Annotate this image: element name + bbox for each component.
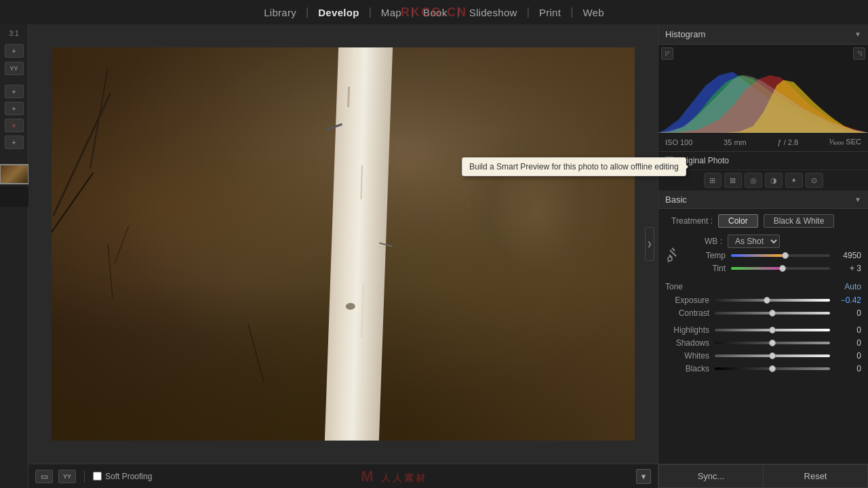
treatment-bw-btn[interactable]: Black & White: [764, 214, 835, 228]
wb-eyedropper[interactable]: [665, 243, 679, 268]
treatment-color-btn[interactable]: Color: [718, 214, 758, 228]
tooltip-text: Build a Smart Preview for this photo to …: [469, 162, 679, 171]
tool-icon-4[interactable]: ◑: [765, 173, 783, 188]
tone-label: Tone: [665, 282, 683, 291]
contrast-slider-thumb[interactable]: [769, 310, 776, 317]
left-panel-add-btn[interactable]: +: [5, 44, 24, 58]
tone-auto-button[interactable]: Auto: [844, 282, 861, 291]
nav-print[interactable]: Print: [532, 7, 568, 18]
left-tool-btn-4[interactable]: +: [5, 136, 24, 149]
exposure-slider-track[interactable]: [715, 299, 830, 302]
nav-web[interactable]: Web: [576, 7, 610, 18]
whites-slider-track[interactable]: [715, 354, 830, 357]
histogram-collapse-arrow[interactable]: ▼: [854, 30, 861, 38]
yy-button[interactable]: YY: [58, 470, 76, 483]
frame-button[interactable]: ▭: [35, 470, 53, 483]
tint-label: Tint: [682, 264, 726, 273]
tool-icon-6[interactable]: ⊙: [806, 173, 823, 188]
top-navigation: Library | Develop | Map | Book | Slidesh…: [0, 0, 868, 24]
soft-proofing-toggle[interactable]: Soft Proofing: [93, 472, 152, 481]
nav-book[interactable]: Book: [416, 7, 454, 18]
basic-panel-content: Treatment : Color Black & White: [658, 209, 868, 382]
blacks-label: Blacks: [665, 364, 709, 373]
tool-icon-1[interactable]: ⊞: [704, 173, 722, 188]
contrast-slider-track[interactable]: [715, 312, 830, 314]
histogram-header[interactable]: Histogram ▼: [658, 24, 868, 45]
svg-line-1: [670, 250, 676, 256]
temp-slider-fill: [731, 254, 785, 257]
temp-label: Temp: [682, 251, 726, 260]
shadows-slider-thumb[interactable]: [769, 340, 776, 346]
highlights-slider-thumb[interactable]: [769, 327, 776, 333]
nav-map[interactable]: Map: [374, 7, 408, 18]
sync-button[interactable]: Sync...: [658, 464, 763, 488]
bottom-watermark: M 人人素材: [157, 468, 631, 485]
center-area: ▭ YY Soft Proofing M 人人素材 ▼: [28, 24, 658, 488]
left-panel: 3:1 + YY + + × +: [0, 24, 28, 488]
bottom-toolbar: ▭ YY Soft Proofing M 人人素材 ▼: [28, 464, 658, 488]
temp-slider-track[interactable]: [731, 254, 830, 257]
shadows-label: Shadows: [665, 338, 709, 348]
film-thumb-1[interactable]: [0, 164, 29, 184]
shadows-value: 0: [835, 338, 861, 348]
contrast-slider-row: Contrast 0: [665, 308, 861, 318]
shadows-slider-track[interactable]: [715, 342, 830, 344]
histogram-svg: [658, 52, 868, 133]
temp-slider-thumb[interactable]: [782, 252, 789, 259]
film-thumb-empty: [0, 186, 29, 207]
basic-panel-title: Basic: [665, 195, 687, 205]
basic-panel-arrow[interactable]: ▼: [854, 196, 861, 203]
tool-icon-5[interactable]: ✦: [785, 173, 803, 188]
left-tool-btn-3[interactable]: ×: [5, 119, 24, 132]
blacks-slider-track[interactable]: [715, 367, 830, 370]
smart-preview-row: Original Photo Build a Smart Preview for…: [658, 152, 868, 170]
whites-label: Whites: [665, 351, 709, 361]
nav-sep-6: |: [570, 6, 573, 18]
nav-sep-3: |: [411, 6, 414, 18]
bark-detail-3: [361, 283, 364, 338]
exposure-slider-thumb[interactable]: [764, 297, 770, 304]
panel-number: 3:1: [9, 30, 19, 37]
shadows-slider-row: Shadows 0: [665, 338, 861, 348]
right-scroll-arrow[interactable]: ❯: [645, 227, 654, 261]
highlights-label: Highlights: [665, 325, 709, 335]
svg-line-0: [672, 248, 675, 251]
tool-icon-3[interactable]: ◎: [745, 173, 762, 188]
blacks-value: 0: [835, 364, 861, 373]
photo-image: [52, 47, 635, 441]
nav-develop[interactable]: Develop: [311, 7, 366, 18]
nav-sep-1: |: [306, 6, 309, 18]
highlights-slider-track[interactable]: [715, 329, 830, 331]
tint-slider-thumb[interactable]: [779, 265, 786, 272]
svg-line-4: [668, 260, 669, 262]
nav-library[interactable]: Library: [257, 7, 303, 18]
contrast-value: 0: [835, 308, 861, 318]
soft-proofing-checkbox[interactable]: [93, 472, 102, 481]
eyedropper-icon: [667, 245, 677, 266]
whites-slider-thumb[interactable]: [769, 352, 776, 359]
photo-canvas[interactable]: [28, 24, 658, 464]
sync-reset-bar: Sync... Reset: [658, 464, 868, 488]
aperture-value: ƒ / 2.8: [777, 138, 798, 146]
left-tool-btn-2[interactable]: +: [5, 102, 24, 115]
smart-preview-tooltip: Build a Smart Preview for this photo to …: [462, 157, 686, 176]
photo-container: [52, 47, 635, 441]
histogram-title: Histogram: [665, 29, 705, 39]
panels-scroll[interactable]: Basic ▼ Treatment : Color Black & White: [658, 191, 868, 464]
bottom-expand-arrow[interactable]: ▼: [636, 469, 651, 484]
left-panel-yy-btn[interactable]: YY: [5, 62, 24, 75]
tool-icon-2[interactable]: ⊠: [724, 173, 742, 188]
wb-select[interactable]: As Shot: [728, 235, 780, 248]
left-tool-btn-1[interactable]: +: [5, 85, 24, 98]
whites-value: 0: [835, 351, 861, 361]
contrast-label: Contrast: [665, 308, 709, 318]
tint-slider-track[interactable]: [731, 267, 830, 270]
nav-slideshow[interactable]: Slideshow: [462, 7, 524, 18]
temp-slider-row: Temp 4950: [682, 251, 861, 260]
reset-button[interactable]: Reset: [763, 464, 868, 488]
exposure-value: −0.42: [835, 296, 861, 305]
tools-icons-row: ⊞ ⊠ ◎ ◑ ✦ ⊙: [658, 170, 868, 191]
basic-panel-header[interactable]: Basic ▼: [658, 191, 868, 209]
wb-label: WB :: [682, 237, 722, 246]
blacks-slider-thumb[interactable]: [769, 365, 776, 372]
